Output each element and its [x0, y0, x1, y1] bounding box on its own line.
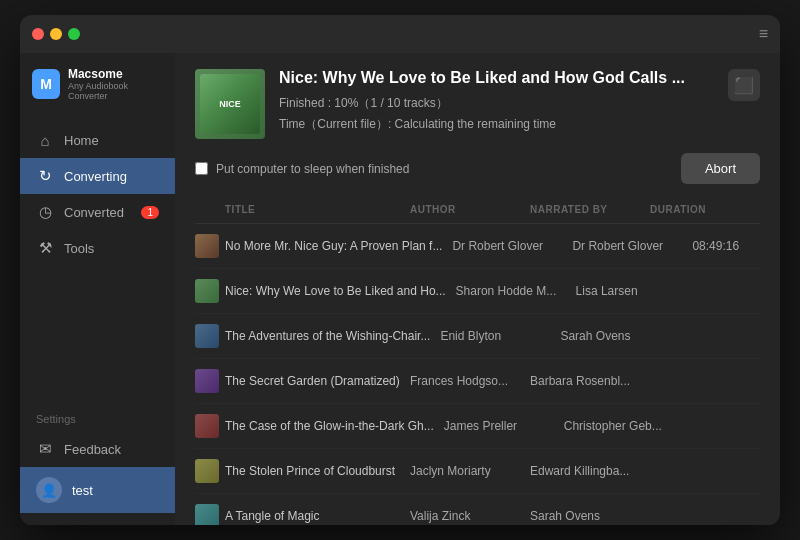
- main-content: NICE Nice: Why We Love to Be Liked and H…: [175, 53, 780, 525]
- current-book: NICE Nice: Why We Love to Be Liked and H…: [195, 69, 760, 139]
- track-author: Enid Blyton: [440, 329, 560, 343]
- sidebar: M Macsome Any Audiobook Converter ⌂ Home…: [20, 53, 175, 525]
- converting-icon: ↻: [36, 167, 54, 185]
- traffic-lights: [32, 28, 80, 40]
- track-thumbnail: [195, 324, 219, 348]
- track-title-cell: The Adventures of the Wishing-Chair...: [225, 329, 440, 343]
- app-window: ≡ M Macsome Any Audiobook Converter ⌂ Ho…: [20, 15, 780, 525]
- table-row[interactable]: Nice: Why We Love to Be Liked and Ho... …: [195, 269, 760, 314]
- content-header: NICE Nice: Why We Love to Be Liked and H…: [175, 53, 780, 196]
- track-list[interactable]: TITLE Author Narrated by DURATION No Mor…: [175, 196, 780, 525]
- sidebar-settings-label: Settings: [20, 407, 175, 431]
- track-author: Jaclyn Moriarty: [410, 464, 530, 478]
- col-duration: DURATION: [650, 204, 730, 215]
- track-duration: 08:49:16: [692, 239, 772, 253]
- sidebar-user[interactable]: 👤 test: [20, 467, 175, 513]
- track-title-cell: Nice: Why We Love to Be Liked and Ho...: [225, 284, 456, 298]
- app-logo-icon: M: [32, 69, 60, 99]
- track-title-cell: The Secret Garden (Dramatized): [225, 374, 410, 388]
- titlebar: ≡: [20, 15, 780, 53]
- track-title-cell: No More Mr. Nice Guy: A Proven Plan f...: [225, 239, 452, 253]
- track-title: The Stolen Prince of Cloudburst: [225, 464, 395, 478]
- sidebar-item-tools-label: Tools: [64, 241, 94, 256]
- track-status: ✓: [772, 238, 780, 254]
- table-header: TITLE Author Narrated by DURATION: [195, 196, 760, 224]
- track-author: Sharon Hodde M...: [456, 284, 576, 298]
- track-title: Nice: Why We Love to Be Liked and Ho...: [225, 284, 446, 298]
- track-narrator: Edward Killingba...: [530, 464, 650, 478]
- book-action-button[interactable]: ⬛: [728, 69, 760, 101]
- close-button[interactable]: [32, 28, 44, 40]
- sleep-checkbox-input[interactable]: [195, 162, 208, 175]
- table-row[interactable]: The Stolen Prince of Cloudburst Jaclyn M…: [195, 449, 760, 494]
- minimize-button[interactable]: [50, 28, 62, 40]
- user-name-label: test: [72, 483, 93, 498]
- sleep-checkbox-label[interactable]: Put computer to sleep when finished: [195, 162, 409, 176]
- abort-button[interactable]: Abort: [681, 153, 760, 184]
- table-row[interactable]: The Case of the Glow-in-the-Dark Gh... J…: [195, 404, 760, 449]
- sidebar-logo: M Macsome Any Audiobook Converter: [20, 53, 175, 115]
- track-thumbnail: [195, 369, 219, 393]
- sidebar-item-tools[interactable]: ⚒ Tools: [20, 230, 175, 266]
- col-status: [730, 204, 760, 215]
- track-narrator: Sarah Ovens: [530, 509, 650, 523]
- track-thumbnail: [195, 414, 219, 438]
- track-thumbnail: [195, 234, 219, 258]
- book-time: Time（Current file）: Calculating the rema…: [279, 116, 714, 133]
- sidebar-item-home[interactable]: ⌂ Home: [20, 123, 175, 158]
- book-progress: Finished : 10%（1 / 10 tracks）: [279, 95, 714, 112]
- track-thumbnail: [195, 459, 219, 483]
- sleep-checkbox-text: Put computer to sleep when finished: [216, 162, 409, 176]
- maximize-button[interactable]: [68, 28, 80, 40]
- book-cover-art: NICE: [200, 74, 260, 134]
- track-title-cell: A Tangle of Magic: [225, 509, 410, 523]
- track-title: No More Mr. Nice Guy: A Proven Plan f...: [225, 239, 442, 253]
- track-thumbnail: [195, 504, 219, 525]
- track-title-cell: The Case of the Glow-in-the-Dark Gh...: [225, 419, 444, 433]
- col-thumb: [195, 204, 225, 215]
- logo-text: Macsome Any Audiobook Converter: [68, 67, 163, 101]
- track-status: 2%: [776, 285, 780, 297]
- table-row[interactable]: The Secret Garden (Dramatized) Frances H…: [195, 359, 760, 404]
- sidebar-feedback-label: Feedback: [64, 442, 121, 457]
- book-info: Nice: Why We Love to Be Liked and How Go…: [279, 69, 714, 133]
- track-title: The Secret Garden (Dramatized): [225, 374, 400, 388]
- book-cover-thumbnail: NICE: [195, 69, 265, 139]
- converted-icon: ◷: [36, 203, 54, 221]
- table-row[interactable]: A Tangle of Magic Valija Zinck Sarah Ove…: [195, 494, 760, 525]
- track-narrator: Barbara Rosenbl...: [530, 374, 650, 388]
- book-title: Nice: Why We Love to Be Liked and How Go…: [279, 69, 714, 87]
- track-narrator: Dr Robert Glover: [572, 239, 692, 253]
- sidebar-item-feedback[interactable]: ✉ Feedback: [20, 431, 175, 467]
- sidebar-bottom: Settings ✉ Feedback 👤 test: [20, 395, 175, 525]
- sidebar-item-converted[interactable]: ◷ Converted 1: [20, 194, 175, 230]
- track-title-cell: The Stolen Prince of Cloudburst: [225, 464, 410, 478]
- controls-row: Put computer to sleep when finished Abor…: [195, 153, 760, 184]
- track-narrator: Christopher Geb...: [564, 419, 684, 433]
- track-title: A Tangle of Magic: [225, 509, 320, 523]
- track-narrator: Sarah Ovens: [560, 329, 680, 343]
- track-author: Valija Zinck: [410, 509, 530, 523]
- col-narrator: Narrated by: [530, 204, 650, 215]
- home-icon: ⌂: [36, 132, 54, 149]
- app-name: Macsome: [68, 67, 163, 81]
- tools-icon: ⚒: [36, 239, 54, 257]
- sidebar-nav: ⌂ Home ↻ Converting ◷ Converted 1 ⚒ Tool…: [20, 115, 175, 395]
- track-title: The Adventures of the Wishing-Chair...: [225, 329, 430, 343]
- track-thumbnail: [195, 279, 219, 303]
- converted-badge: 1: [141, 206, 159, 219]
- col-author: Author: [410, 204, 530, 215]
- sidebar-item-converted-label: Converted: [64, 205, 124, 220]
- track-author: Frances Hodgso...: [410, 374, 530, 388]
- table-row[interactable]: The Adventures of the Wishing-Chair... E…: [195, 314, 760, 359]
- sidebar-item-home-label: Home: [64, 133, 99, 148]
- track-author: Dr Robert Glover: [452, 239, 572, 253]
- track-title: The Case of the Glow-in-the-Dark Gh...: [225, 419, 434, 433]
- sidebar-item-converting-label: Converting: [64, 169, 127, 184]
- table-row[interactable]: No More Mr. Nice Guy: A Proven Plan f...…: [195, 224, 760, 269]
- col-title: TITLE: [225, 204, 410, 215]
- menu-icon[interactable]: ≡: [759, 25, 768, 43]
- sidebar-item-converting[interactable]: ↻ Converting: [20, 158, 175, 194]
- user-avatar: 👤: [36, 477, 62, 503]
- track-narrator: Lisa Larsen: [576, 284, 696, 298]
